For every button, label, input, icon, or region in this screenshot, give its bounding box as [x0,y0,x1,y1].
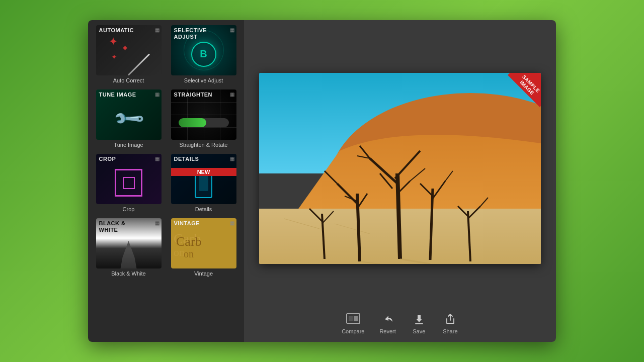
save-label: Save [413,328,425,334]
svg-rect-36 [415,323,423,324]
grid-lines [171,89,236,140]
badge-tune: ▦ [155,92,159,97]
tool-name-crop: CROP [99,156,116,162]
vintage-overlay: Carb on [171,218,236,268]
tool-name-tune: TUNE IMAGE [99,92,136,98]
eiffel-tower-icon [119,241,139,268]
tool-label-vintage: Vintage [194,270,213,277]
image-area: SAMPLE IMAGE [254,30,546,306]
thumb-vintage: VINTAGE ▦ Carb on [171,218,236,268]
share-button[interactable]: Share [442,312,458,334]
compare-button[interactable]: Compare [342,312,364,334]
tool-straighten[interactable]: STRAIGHTEN ▦ Straighten & Rotate [168,89,239,152]
revert-label: Revert [379,328,395,334]
circle-rings [184,30,224,70]
thumb-crop: CROP ▦ [96,154,162,204]
thumb-selective: SELECTIVE ADJUST ▦ B [171,25,236,75]
ruler-bar [179,118,229,127]
crop-box-icon [115,169,142,197]
tool-label-straighten: Straighten & Rotate [179,142,227,148]
svg-rect-35 [354,316,358,321]
tools-grid: AUTOMATIC ▦ ✦ ✦ ✦ Auto Correct SELECTIVE… [93,25,239,286]
tool-label-auto: Auto Correct [113,77,144,83]
star3: ✦ [111,53,117,61]
tool-vintage[interactable]: VINTAGE ▦ Carb on Vintage [168,218,239,281]
star2: ✦ [121,43,129,54]
tool-label-bw: Black & White [111,270,145,277]
badge-details: ▦ [230,156,234,161]
thumb-straighten: STRAIGHTEN ▦ [171,89,236,140]
badge-bw: ▦ [155,220,159,226]
tool-label-tune: Tune Image [114,142,143,148]
thumb-bw: BLACK & WHITE ▦ [96,218,162,268]
tool-label-details: Details [195,206,212,212]
svg-text:Carb: Carb [176,234,202,249]
svg-rect-34 [349,316,353,321]
stars-wand-icon: ✦ ✦ ✦ [96,25,162,75]
tool-details[interactable]: DETAILS ▦ NEW Details [168,154,239,216]
share-label: Share [443,328,457,334]
svg-rect-33 [347,314,360,323]
badge-crop: ▦ [155,156,159,161]
badge-selective: ▦ [230,27,234,33]
wrench-icon: 🔧 [111,101,146,136]
tool-label-crop: Crop [123,206,135,212]
preview-panel: SAMPLE IMAGE Compare [244,20,556,342]
tool-label-selective: Selective Adjust [184,77,223,83]
revert-icon [380,312,396,326]
save-icon [411,312,427,326]
vintage-text-svg: Carb on [171,218,236,268]
star1: ✦ [109,35,118,48]
toolbar: Compare Revert Save [342,312,458,334]
new-badge: NEW [171,168,236,176]
tool-bw[interactable]: BLACK & WHITE ▦ Black & White [93,218,164,281]
svg-line-7 [397,173,400,259]
tool-name-bw: BLACK & WHITE [99,220,126,233]
thumb-auto-correct: AUTOMATIC ▦ ✦ ✦ ✦ [96,25,162,75]
tool-tune-image[interactable]: TUNE IMAGE ▦ 🔧 Tune Image [93,89,164,152]
svg-text:on: on [184,248,194,259]
ruler-fill [179,118,206,127]
thumb-details: DETAILS ▦ NEW [171,154,236,204]
save-button[interactable]: Save [411,312,427,334]
desert-photo-svg [259,73,541,264]
compare-icon [345,312,361,326]
photo-frame: SAMPLE IMAGE [259,73,541,264]
tool-crop[interactable]: CROP ▦ Crop [93,154,164,216]
tool-selective-adjust[interactable]: SELECTIVE ADJUST ▦ B Selective Adjust [168,25,239,87]
revert-button[interactable]: Revert [379,312,395,334]
tool-name-details: DETAILS [174,156,199,162]
wand-icon [127,53,150,75]
tools-panel: AUTOMATIC ▦ ✦ ✦ ✦ Auto Correct SELECTIVE… [88,20,244,342]
thumb-tune: TUNE IMAGE ▦ 🔧 [96,89,162,140]
share-icon [442,312,458,326]
compare-label: Compare [342,328,364,334]
app-container: AUTOMATIC ▦ ✦ ✦ ✦ Auto Correct SELECTIVE… [88,20,556,342]
tool-auto-correct[interactable]: AUTOMATIC ▦ ✦ ✦ ✦ Auto Correct [93,25,164,87]
